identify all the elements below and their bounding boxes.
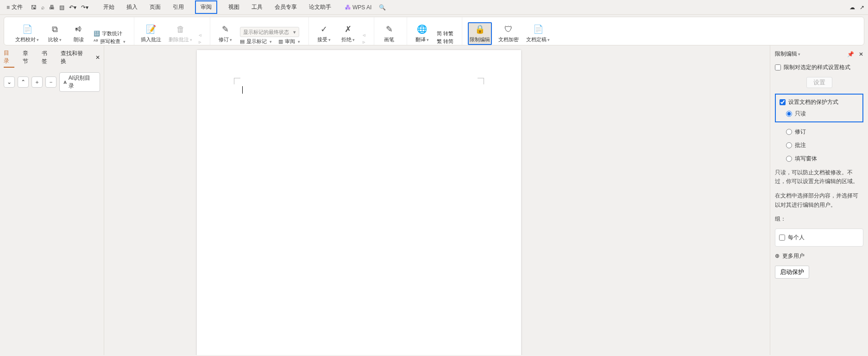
reject-button[interactable]: ✗拒绝 — [339, 22, 357, 45]
opt-comment-input[interactable] — [786, 142, 792, 148]
compare-icon: ⧉ — [52, 25, 58, 34]
page[interactable] — [197, 50, 521, 355]
chevron-down-icon: ⌄ — [7, 79, 12, 85]
ai-label-text: WPS AI — [352, 4, 371, 11]
group-comment: 📝插入批注 🗑删除批注 ◃ ▹ — [134, 17, 207, 45]
translate-icon: 🌐 — [417, 24, 427, 34]
nav-toolbar: ⌄ ⌃ ＋ － ᴀAI识别目录 — [4, 72, 100, 92]
close-icon[interactable]: ✕ — [859, 51, 863, 57]
feedback-icon[interactable]: ↗ — [860, 4, 864, 11]
opt-form-input[interactable] — [786, 156, 792, 162]
tab-view[interactable]: 视图 — [227, 0, 240, 14]
display-mode-combo[interactable]: 显示标记的最终状态▾ — [240, 27, 299, 37]
ai-toc-button[interactable]: ᴀAI识别目录 — [59, 72, 100, 92]
tab-review[interactable]: 审阅 — [195, 0, 217, 14]
file-menu[interactable]: ≡ 文件 — [4, 1, 25, 13]
encrypt-label: 文档加密 — [498, 36, 519, 43]
next-comment-icon: ▹ — [199, 39, 201, 45]
more-icon: ⊕ — [775, 253, 780, 259]
insert-comment-button[interactable]: 📝插入批注 — [140, 22, 162, 45]
tab-member[interactable]: 会员专享 — [274, 0, 298, 14]
opt-track-input[interactable] — [786, 129, 792, 135]
lock-icon: 🔒 — [475, 24, 485, 34]
redo-icon[interactable]: ↷▾ — [81, 4, 88, 11]
tab-insert[interactable]: 插入 — [126, 0, 138, 14]
everyone-input[interactable] — [779, 235, 785, 241]
nav-tab-bookmark[interactable]: 书签 — [42, 50, 52, 67]
print-preview-icon[interactable]: ⌕ — [41, 4, 44, 11]
opt-form[interactable]: 填写窗体 — [786, 155, 863, 163]
set-protect-input[interactable] — [780, 99, 786, 105]
content-area: 目录 章节 书签 查找和替换 ✕ ⌄ ⌃ ＋ － ᴀAI识别目录 限制编辑 📌 … — [0, 45, 868, 355]
restrict-format-checkbox[interactable]: 限制对选定的样式设置格式 — [775, 64, 863, 71]
restrict-edit-button[interactable]: 🔒限制编辑 — [468, 22, 492, 45]
prev-change-button[interactable]: ◃ — [363, 32, 365, 38]
restrict-format-input[interactable] — [775, 64, 781, 70]
accept-button[interactable]: ✓接受 — [314, 22, 333, 45]
group-translate: 🌐翻译 简 转繁 繁 转简 — [407, 17, 459, 45]
wordcount-button[interactable]: 🔢字数统计 — [94, 30, 126, 37]
delete-comment-button[interactable]: 🗑删除批注 — [168, 23, 193, 45]
save-icon[interactable]: 🖫 — [31, 4, 37, 11]
next-comment-button[interactable]: ▹ — [199, 39, 201, 45]
collapse-up-button[interactable]: ⌃ — [18, 76, 29, 88]
pin-icon[interactable]: 📌 — [847, 51, 854, 57]
start-protect-button[interactable]: 启动保护 — [775, 266, 809, 279]
simp-to-trad-button[interactable]: 简 转繁 — [437, 30, 453, 37]
nav-tab-find[interactable]: 查找和替换 — [61, 50, 87, 67]
cloud-icon[interactable]: ☁ — [849, 4, 855, 11]
everyone-checkbox[interactable]: 每个人 — [779, 234, 859, 242]
show-marks-label: 显示标记 — [246, 38, 267, 45]
tab-start[interactable]: 开始 — [102, 0, 115, 14]
prev-comment-icon: ◃ — [199, 32, 201, 38]
undo-icon[interactable]: ↶▾ — [69, 4, 76, 11]
preview-icon[interactable]: ▤ — [59, 4, 64, 11]
next-change-button[interactable]: ▹ — [363, 39, 365, 45]
nav-tab-chapter[interactable]: 章节 — [23, 50, 33, 67]
quick-access-toolbar: 🖫 ⌕ 🖶 ▤ ↶▾ ↷▾ — [28, 4, 91, 11]
prev-comment-button[interactable]: ◃ — [199, 32, 201, 38]
opt-comment[interactable]: 批注 — [786, 141, 863, 149]
remove-level-button[interactable]: － — [45, 76, 57, 88]
read-button[interactable]: 🕫朗读 — [69, 23, 88, 45]
encrypt-button[interactable]: 🛡文档加密 — [497, 23, 520, 45]
search-icon[interactable]: 🔍 — [379, 4, 386, 11]
doc-proof-button[interactable]: 📄文档校对 — [14, 22, 40, 45]
tab-reference[interactable]: 引用 — [172, 0, 185, 14]
more-users-button[interactable]: ⊕ 更多用户 — [775, 252, 863, 260]
add-level-button[interactable]: ＋ — [31, 76, 43, 88]
everyone-label: 每个人 — [788, 234, 805, 242]
finalize-button[interactable]: 📄文档定稿 — [525, 22, 551, 45]
tab-tools[interactable]: 工具 — [251, 0, 264, 14]
nav-close-icon[interactable]: ✕ — [95, 54, 100, 63]
opt-readonly[interactable]: 只读 — [786, 110, 859, 118]
expand-down-button[interactable]: ⌄ — [4, 76, 15, 88]
track-changes-button[interactable]: ✎修订 — [216, 22, 234, 45]
wps-ai-button[interactable]: ⁂ WPS AI — [345, 4, 371, 11]
compare-button[interactable]: ⧉比较 — [45, 23, 64, 45]
set-protect-checkbox[interactable]: 设置文档的保护方式 — [780, 98, 859, 106]
show-marks-button[interactable]: ▤显示标记 — [240, 38, 272, 45]
accept-icon: ✓ — [321, 24, 327, 34]
opt-track-label: 修订 — [795, 128, 806, 136]
translate-button[interactable]: 🌐翻译 — [413, 22, 431, 45]
opt-track[interactable]: 修订 — [786, 128, 863, 136]
pane-title[interactable]: 限制编辑 — [775, 50, 800, 58]
tab-page[interactable]: 页面 — [149, 0, 162, 14]
show-marks-icon: ▤ — [240, 38, 245, 44]
document-area[interactable] — [104, 45, 770, 355]
nav-tab-toc[interactable]: 目录 — [4, 49, 14, 68]
doc-proof-label: 文档校对 — [15, 36, 39, 43]
trad-to-simp-button[interactable]: 繁 转简 — [437, 38, 453, 45]
tab-thesis[interactable]: 论文助手 — [308, 0, 332, 14]
read-label: 朗读 — [74, 36, 84, 43]
nav-tabs: 目录 章节 书签 查找和替换 ✕ — [4, 49, 100, 68]
pen-icon: ✎ — [386, 24, 393, 34]
opt-readonly-input[interactable] — [786, 111, 792, 117]
spell-icon: ᴬᴮ — [94, 38, 98, 44]
pen-button[interactable]: ✎画笔 — [380, 22, 398, 45]
protect-mode-box: 设置文档的保护方式 只读 — [775, 94, 863, 122]
print-icon[interactable]: 🖶 — [49, 4, 55, 11]
spellcheck-button[interactable]: ᴬᴮ拼写检查 — [94, 38, 126, 45]
review-pane-button[interactable]: ▥审阅 — [278, 38, 300, 45]
